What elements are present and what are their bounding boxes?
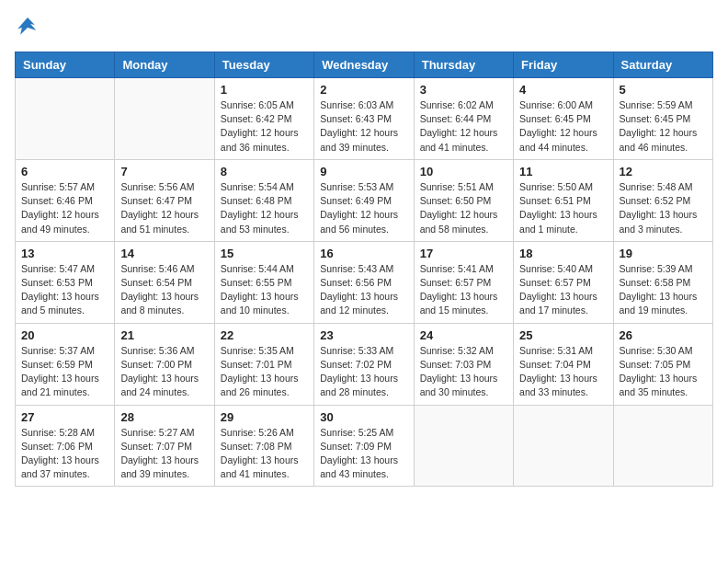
day-info: Sunrise: 5:57 AMSunset: 6:46 PMDaylight:… [21,180,108,236]
calendar-cell: 3Sunrise: 6:02 AMSunset: 6:44 PMDaylight… [414,78,513,160]
calendar-cell: 26Sunrise: 5:30 AMSunset: 7:05 PMDayligh… [613,323,712,405]
calendar-cell: 6Sunrise: 5:57 AMSunset: 6:46 PMDaylight… [16,159,115,241]
day-info: Sunrise: 5:28 AMSunset: 7:06 PMDaylight:… [21,426,108,482]
day-info: Sunrise: 5:43 AMSunset: 6:56 PMDaylight:… [320,262,407,318]
day-info: Sunrise: 5:30 AMSunset: 7:05 PMDaylight:… [620,344,707,400]
day-number: 26 [620,328,707,342]
calendar-cell: 28Sunrise: 5:27 AMSunset: 7:07 PMDayligh… [115,405,214,487]
calendar-cell: 29Sunrise: 5:26 AMSunset: 7:08 PMDayligh… [214,405,313,487]
day-number: 1 [221,83,308,97]
calendar-week-row: 6Sunrise: 5:57 AMSunset: 6:46 PMDaylight… [16,159,713,241]
day-number: 20 [21,328,108,342]
weekday-header-tuesday: Tuesday [214,52,313,78]
day-number: 6 [21,165,108,178]
calendar-cell: 9Sunrise: 5:53 AMSunset: 6:49 PMDaylight… [314,159,414,241]
day-number: 4 [519,83,607,97]
calendar-week-row: 13Sunrise: 5:47 AMSunset: 6:53 PMDayligh… [16,241,713,323]
calendar-cell: 19Sunrise: 5:39 AMSunset: 6:58 PMDayligh… [613,241,712,323]
day-info: Sunrise: 6:03 AMSunset: 6:43 PMDaylight:… [320,98,407,155]
day-number: 15 [221,247,308,260]
day-number: 27 [21,410,108,424]
logo-bird-icon [15,15,40,40]
day-info: Sunrise: 5:41 AMSunset: 6:57 PMDaylight:… [420,262,507,318]
day-number: 13 [21,247,108,260]
day-number: 22 [221,328,308,342]
calendar-cell: 8Sunrise: 5:54 AMSunset: 6:48 PMDaylight… [214,159,313,241]
day-number: 28 [120,410,208,424]
calendar-cell [115,78,214,160]
day-info: Sunrise: 5:44 AMSunset: 6:55 PMDaylight:… [221,262,308,318]
day-info: Sunrise: 5:32 AMSunset: 7:03 PMDaylight:… [420,344,507,400]
day-info: Sunrise: 5:39 AMSunset: 6:58 PMDaylight:… [620,262,707,318]
day-info: Sunrise: 5:26 AMSunset: 7:08 PMDaylight:… [221,426,308,482]
calendar-cell: 23Sunrise: 5:33 AMSunset: 7:02 PMDayligh… [314,323,414,405]
day-info: Sunrise: 6:02 AMSunset: 6:44 PMDaylight:… [420,98,507,155]
day-info: Sunrise: 5:51 AMSunset: 6:50 PMDaylight:… [420,180,507,236]
calendar-cell: 15Sunrise: 5:44 AMSunset: 6:55 PMDayligh… [214,241,313,323]
day-info: Sunrise: 5:48 AMSunset: 6:52 PMDaylight:… [620,180,707,236]
calendar-cell: 5Sunrise: 5:59 AMSunset: 6:45 PMDaylight… [613,78,712,160]
day-number: 14 [120,247,208,260]
weekday-header-friday: Friday [514,52,613,78]
day-number: 11 [519,165,607,178]
day-info: Sunrise: 5:40 AMSunset: 6:57 PMDaylight:… [519,262,607,318]
day-number: 24 [420,328,507,342]
day-number: 8 [221,165,308,178]
day-info: Sunrise: 5:33 AMSunset: 7:02 PMDaylight:… [320,344,407,400]
calendar-cell: 12Sunrise: 5:48 AMSunset: 6:52 PMDayligh… [613,159,712,241]
day-info: Sunrise: 5:53 AMSunset: 6:49 PMDaylight:… [320,180,407,236]
day-info: Sunrise: 6:05 AMSunset: 6:42 PMDaylight:… [221,98,308,155]
day-number: 12 [620,165,707,178]
day-number: 7 [120,165,208,178]
day-number: 3 [420,83,507,97]
day-info: Sunrise: 5:59 AMSunset: 6:45 PMDaylight:… [620,98,707,155]
day-info: Sunrise: 5:36 AMSunset: 7:00 PMDaylight:… [120,344,208,400]
page-header [15,15,713,40]
day-number: 17 [420,247,507,260]
weekday-header-thursday: Thursday [414,52,513,78]
day-number: 10 [420,165,507,178]
calendar-cell: 30Sunrise: 5:25 AMSunset: 7:09 PMDayligh… [314,405,414,487]
day-info: Sunrise: 5:35 AMSunset: 7:01 PMDaylight:… [221,344,308,400]
day-number: 19 [620,247,707,260]
calendar-cell [613,405,712,487]
calendar-cell: 22Sunrise: 5:35 AMSunset: 7:01 PMDayligh… [214,323,313,405]
calendar-week-row: 27Sunrise: 5:28 AMSunset: 7:06 PMDayligh… [16,405,713,487]
calendar-cell: 16Sunrise: 5:43 AMSunset: 6:56 PMDayligh… [314,241,414,323]
calendar-cell: 7Sunrise: 5:56 AMSunset: 6:47 PMDaylight… [115,159,214,241]
calendar-cell: 24Sunrise: 5:32 AMSunset: 7:03 PMDayligh… [414,323,513,405]
calendar-cell: 21Sunrise: 5:36 AMSunset: 7:00 PMDayligh… [115,323,214,405]
weekday-header-row: SundayMondayTuesdayWednesdayThursdayFrid… [16,52,713,78]
calendar-cell: 17Sunrise: 5:41 AMSunset: 6:57 PMDayligh… [414,241,513,323]
day-info: Sunrise: 5:27 AMSunset: 7:07 PMDaylight:… [120,426,208,482]
day-number: 29 [221,410,308,424]
calendar-cell: 25Sunrise: 5:31 AMSunset: 7:04 PMDayligh… [514,323,613,405]
calendar-cell: 1Sunrise: 6:05 AMSunset: 6:42 PMDaylight… [214,78,313,160]
weekday-header-wednesday: Wednesday [314,52,414,78]
calendar-cell [514,405,613,487]
day-info: Sunrise: 5:56 AMSunset: 6:47 PMDaylight:… [120,180,208,236]
calendar-cell: 20Sunrise: 5:37 AMSunset: 6:59 PMDayligh… [16,323,115,405]
day-number: 21 [120,328,208,342]
calendar-cell [16,78,115,160]
svg-marker-0 [17,17,36,35]
weekday-header-saturday: Saturday [613,52,712,78]
logo [15,15,44,40]
calendar-cell: 4Sunrise: 6:00 AMSunset: 6:45 PMDaylight… [514,78,613,160]
calendar-cell: 27Sunrise: 5:28 AMSunset: 7:06 PMDayligh… [16,405,115,487]
calendar-week-row: 1Sunrise: 6:05 AMSunset: 6:42 PMDaylight… [16,78,713,160]
calendar-cell: 2Sunrise: 6:03 AMSunset: 6:43 PMDaylight… [314,78,414,160]
day-info: Sunrise: 6:00 AMSunset: 6:45 PMDaylight:… [519,98,607,155]
day-info: Sunrise: 5:37 AMSunset: 6:59 PMDaylight:… [21,344,108,400]
calendar-cell: 11Sunrise: 5:50 AMSunset: 6:51 PMDayligh… [514,159,613,241]
weekday-header-sunday: Sunday [16,52,115,78]
day-number: 2 [320,83,407,97]
day-number: 23 [320,328,407,342]
calendar-cell: 18Sunrise: 5:40 AMSunset: 6:57 PMDayligh… [514,241,613,323]
calendar-week-row: 20Sunrise: 5:37 AMSunset: 6:59 PMDayligh… [16,323,713,405]
day-info: Sunrise: 5:50 AMSunset: 6:51 PMDaylight:… [519,180,607,236]
weekday-header-monday: Monday [115,52,214,78]
day-number: 18 [519,247,607,260]
day-number: 25 [519,328,607,342]
calendar-cell: 13Sunrise: 5:47 AMSunset: 6:53 PMDayligh… [16,241,115,323]
